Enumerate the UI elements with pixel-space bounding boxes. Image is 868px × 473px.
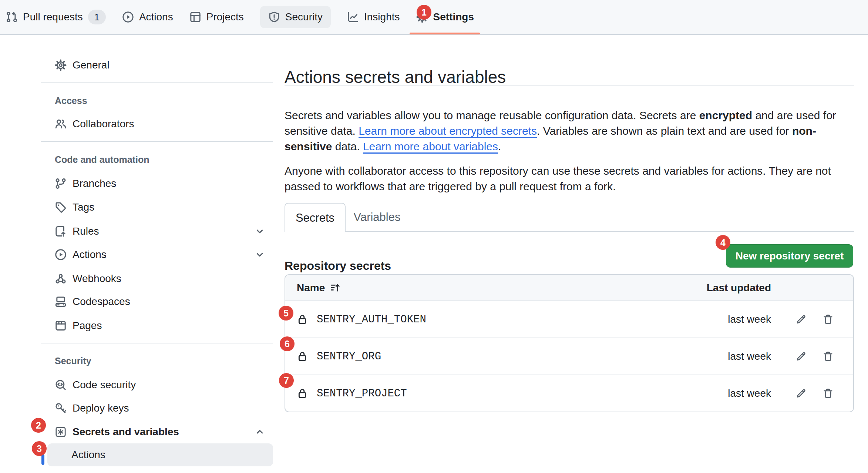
sidebar-item-label: Deploy keys: [73, 402, 129, 414]
secrets-variables-tabnav: Secrets Variables: [285, 203, 854, 232]
delete-secret-button[interactable]: [819, 385, 837, 402]
sidebar-item-webhooks[interactable]: Webhooks: [41, 269, 276, 288]
intro-text: Secrets and variables allow you to manag…: [285, 109, 699, 121]
delete-secret-button[interactable]: [819, 348, 837, 365]
intro-text: . Variables are shown as plain text and …: [537, 125, 792, 137]
table-header-row: Name Last updated: [285, 275, 853, 301]
sidebar-item-branches[interactable]: Branches: [41, 174, 276, 193]
play-icon: [55, 249, 67, 261]
main-content: Actions secrets and variables Secrets an…: [285, 0, 854, 473]
secret-name: SENTRY_PROJECT: [317, 388, 407, 400]
sidebar-section-security: Security: [55, 356, 91, 366]
tag-icon: [55, 201, 67, 213]
sidebar-item-code-security[interactable]: Code security: [41, 376, 276, 394]
title-divider: [285, 85, 854, 86]
collaborator-access-paragraph: Anyone with collaborator access to this …: [285, 163, 854, 194]
github-settings-page: Pull requests 1 Actions Projects Securit…: [0, 0, 868, 473]
active-item-indicator-bar: [41, 454, 44, 465]
edit-secret-button[interactable]: [792, 348, 810, 365]
sidebar-item-label: Tags: [73, 201, 94, 213]
sidebar-divider: [41, 82, 273, 83]
annotation-mark-1: 1: [417, 5, 431, 20]
secret-last-updated: last week: [728, 350, 771, 362]
column-header-last-updated: Last updated: [707, 282, 771, 294]
sidebar-item-actions[interactable]: Actions: [41, 245, 276, 264]
sidebar-item-deploy-keys[interactable]: Deploy keys: [41, 399, 276, 417]
secret-row: SENTRY_PROJECT last week: [285, 375, 853, 412]
chevron-up-icon: [255, 427, 265, 437]
secret-row: SENTRY_ORG last week: [285, 338, 853, 375]
gear-icon: [55, 59, 67, 71]
delete-secret-button[interactable]: [819, 311, 837, 328]
sidebar-section-code-automation: Code and automation: [55, 154, 149, 165]
sort-ascending-icon[interactable]: [330, 282, 341, 293]
sidebar-item-general[interactable]: General: [41, 56, 276, 74]
sidebar-divider: [41, 343, 273, 343]
link-learn-encrypted-secrets[interactable]: Learn more about encrypted secrets: [359, 125, 537, 137]
edit-secret-button[interactable]: [792, 385, 810, 402]
intro-text: .: [498, 140, 501, 152]
sidebar-item-tags[interactable]: Tags: [41, 198, 276, 217]
sidebar-item-label: Webhooks: [73, 273, 121, 285]
sidebar-item-label: Code security: [73, 379, 136, 391]
secret-name: SENTRY_AUTH_TOKEN: [317, 313, 426, 326]
sidebar-item-pages[interactable]: Pages: [41, 316, 276, 335]
codescan-icon: [55, 379, 67, 391]
annotation-mark-2: 2: [31, 418, 46, 433]
secret-last-updated: last week: [728, 388, 771, 399]
annotation-mark-5: 5: [279, 306, 293, 321]
chevron-down-icon: [255, 249, 265, 260]
tab-variables[interactable]: Variables: [346, 203, 408, 231]
new-repository-secret-button[interactable]: New repository secret: [726, 244, 853, 268]
intro-text: data.: [332, 140, 363, 152]
sidebar-item-label: Branches: [73, 178, 116, 189]
sidebar-item-secrets-and-variables[interactable]: Secrets and variables: [41, 423, 276, 441]
sidebar-item-codespaces[interactable]: Codespaces: [41, 292, 276, 311]
git-branch-icon: [55, 178, 67, 189]
settings-sidebar: General Access Collaborators Code and au…: [41, 0, 276, 473]
lock-icon: [297, 314, 308, 325]
link-learn-variables[interactable]: Learn more about variables: [363, 140, 498, 152]
sidebar-subitem-label: Actions: [71, 449, 105, 461]
sidebar-divider: [41, 141, 273, 142]
sidebar-section-access: Access: [55, 95, 87, 106]
sidebar-item-label: Rules: [73, 225, 99, 237]
lock-icon: [297, 388, 308, 399]
secret-row: SENTRY_AUTH_TOKEN last week: [285, 301, 853, 338]
annotation-mark-6: 6: [280, 336, 295, 351]
annotation-mark-7: 7: [279, 373, 294, 388]
sidebar-item-label: General: [73, 59, 110, 71]
column-header-name: Name: [297, 282, 325, 294]
edit-secret-button[interactable]: [792, 311, 810, 328]
sidebar-item-label: Secrets and variables: [73, 426, 179, 438]
secret-last-updated: last week: [728, 313, 771, 325]
webhook-icon: [55, 273, 67, 285]
repository-secrets-table: Name Last updated SENTRY_AUTH_TOKEN last…: [285, 274, 854, 412]
key-icon: [55, 402, 67, 414]
annotation-mark-3: 3: [32, 441, 47, 456]
lock-icon: [297, 351, 308, 362]
git-pull-request-icon: [6, 11, 18, 23]
sidebar-item-label: Pages: [73, 320, 102, 332]
intro-paragraph: Secrets and variables allow you to manag…: [285, 108, 854, 154]
page-title: Actions secrets and variables: [285, 67, 506, 87]
annotation-mark-4: 4: [716, 235, 730, 250]
sidebar-item-label: Collaborators: [73, 118, 134, 130]
sidebar-item-label: Codespaces: [73, 296, 130, 308]
secret-name: SENTRY_ORG: [317, 350, 381, 363]
codespaces-icon: [55, 296, 67, 308]
sidebar-item-collaborators[interactable]: Collaborators: [41, 115, 276, 133]
rules-icon: [55, 225, 67, 237]
browser-icon: [55, 320, 67, 332]
chevron-down-icon: [255, 226, 265, 236]
tab-secrets[interactable]: Secrets: [285, 203, 346, 232]
people-icon: [55, 118, 67, 130]
sidebar-subitem-actions-active[interactable]: Actions: [47, 443, 273, 466]
sidebar-item-label: Actions: [73, 249, 107, 261]
intro-bold-encrypted: encrypted: [699, 109, 752, 121]
asterisk-box-icon: [55, 426, 67, 438]
sidebar-item-rules[interactable]: Rules: [41, 222, 276, 241]
